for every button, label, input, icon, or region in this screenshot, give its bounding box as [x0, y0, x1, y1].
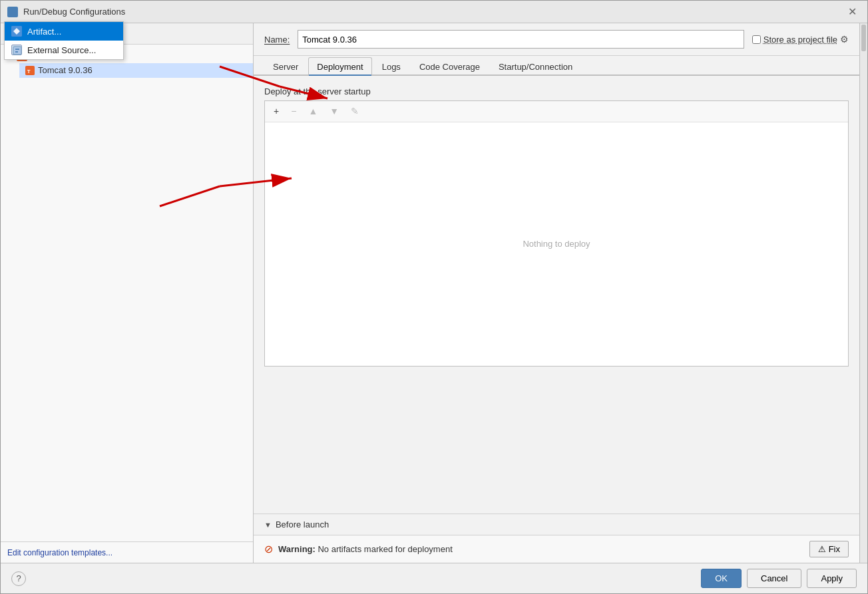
before-launch-header[interactable]: ▼ Before launch [264, 520, 849, 529]
store-project-checkbox[interactable] [752, 35, 761, 44]
run-debug-dialog: Run/Debug Configurations ✕ + − ⧉ ↑↓ ⇅ ▼ [0, 0, 868, 594]
tab-deployment[interactable]: Deployment [308, 57, 371, 76]
left-footer: Edit configuration templates... [1, 541, 253, 563]
deploy-empty-area: Nothing to deploy [265, 122, 848, 366]
tab-logs[interactable]: Logs [373, 57, 409, 76]
deploy-empty-text: Nothing to deploy [523, 239, 590, 249]
title-bar: Run/Debug Configurations ✕ [1, 1, 867, 23]
name-row: Name: Store as project file ⚙ [254, 23, 859, 56]
deploy-section: Deploy at the server startup + − ▲ ▼ ✎ [264, 86, 849, 367]
store-project-label: Store as project file [763, 35, 837, 45]
warning-text: Warning: No artifacts marked for deploym… [278, 544, 804, 554]
config-tree: ▼ T Tomcat Server [1, 45, 253, 541]
help-button[interactable]: ? [11, 571, 26, 586]
bottom-bar: ? OK Cancel Apply [1, 563, 867, 593]
deploy-remove-button[interactable]: − [286, 104, 301, 119]
svg-text:T: T [27, 68, 31, 74]
gear-icon[interactable]: ⚙ [840, 34, 849, 45]
deploy-box: + − ▲ ▼ ✎ [264, 100, 849, 367]
tab-startup-connection[interactable]: Startup/Connection [490, 57, 581, 76]
deploy-move-down-button[interactable]: ▼ [325, 104, 343, 119]
tree-item-tomcat-9036[interactable]: T Tomcat 9.0.36 [19, 63, 253, 78]
store-project-area: Store as project file ⚙ [752, 34, 849, 45]
scroll-thumb [861, 25, 866, 51]
deploy-add-button[interactable]: + [269, 104, 284, 119]
before-launch-label: Before launch [276, 520, 329, 529]
tree-child-label: Tomcat 9.0.36 [38, 65, 93, 75]
tab-code-coverage[interactable]: Code Coverage [411, 57, 489, 76]
deploy-section-label: Deploy at the server startup [264, 86, 849, 96]
before-launch-collapse-arrow: ▼ [264, 521, 272, 529]
fix-button[interactable]: ⚠ Fix [809, 541, 849, 557]
deploy-toolbar: + − ▲ ▼ ✎ [265, 101, 848, 122]
left-panel: + − ⧉ ↑↓ ⇅ ▼ T Tomca [1, 23, 254, 563]
tomcat-child-icon: T [25, 65, 35, 76]
close-button[interactable]: ✕ [844, 5, 861, 19]
dialog-title: Run/Debug Configurations [23, 7, 125, 17]
deploy-move-up-button[interactable]: ▲ [304, 104, 322, 119]
name-input[interactable] [298, 30, 744, 49]
right-panel: Name: Store as project file ⚙ Server Dep… [254, 23, 859, 563]
warning-icon: ⊘ [264, 543, 273, 555]
dialog-icon [7, 7, 18, 17]
cancel-button[interactable]: Cancel [747, 569, 801, 588]
warning-bar: ⊘ Warning: No artifacts marked for deplo… [254, 535, 859, 563]
tab-content-deployment: Deploy at the server startup + − ▲ ▼ ✎ [254, 76, 859, 514]
apply-button[interactable]: Apply [807, 569, 857, 588]
deploy-edit-button[interactable]: ✎ [346, 104, 363, 119]
ok-button[interactable]: OK [701, 569, 742, 588]
edit-templates-link[interactable]: Edit configuration templates... [7, 548, 112, 557]
main-content: + − ⧉ ↑↓ ⇅ ▼ T Tomca [1, 23, 867, 563]
right-scrollbar[interactable] [859, 23, 867, 563]
tabs-bar: Server Deployment Logs Code Coverage Sta… [254, 56, 859, 76]
tab-server[interactable]: Server [264, 57, 307, 76]
before-launch-section: ▼ Before launch [254, 514, 859, 535]
name-label: Name: [264, 35, 290, 45]
